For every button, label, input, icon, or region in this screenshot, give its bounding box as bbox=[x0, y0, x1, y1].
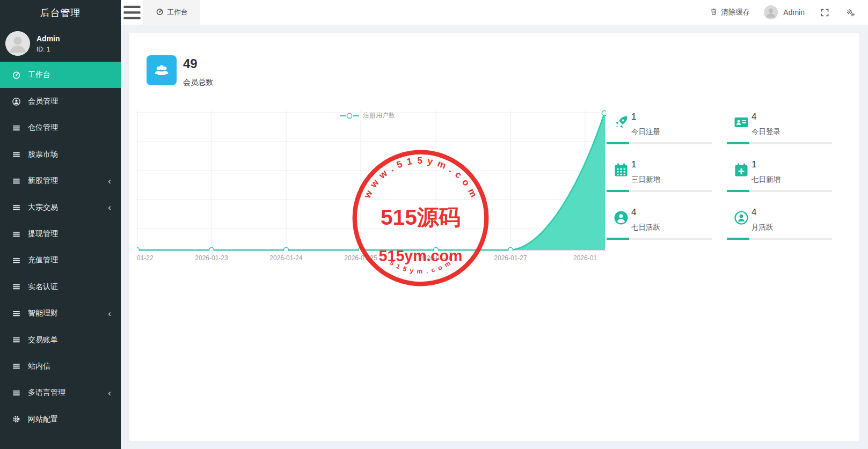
chevron-left-icon: ‹ bbox=[108, 388, 111, 398]
list-icon bbox=[11, 255, 21, 265]
user-menu[interactable]: Admin bbox=[764, 5, 805, 19]
x-tick-label: 2026-01 bbox=[573, 254, 597, 262]
sidebar-item[interactable]: 实名认证 bbox=[0, 274, 121, 300]
sidebar-item[interactable]: 提现管理 bbox=[0, 220, 121, 247]
sidebar-profile: Admin ID: 1 bbox=[0, 25, 121, 62]
series-line bbox=[137, 113, 604, 250]
sidebar-item[interactable]: 工作台 bbox=[0, 62, 121, 88]
stat-value: 1 bbox=[631, 111, 712, 122]
total-members-value: 49 bbox=[183, 56, 198, 71]
sidebar-item-label: 智能理财 bbox=[28, 308, 108, 318]
trash-icon bbox=[710, 8, 718, 17]
sidebar-item[interactable]: 智能理财‹ bbox=[0, 300, 121, 327]
stat-cell: 4月活跃 bbox=[727, 207, 832, 240]
chart-legend[interactable]: 注册用户数 bbox=[340, 111, 395, 120]
stat-value: 1 bbox=[752, 159, 832, 170]
sidebar-item[interactable]: 大宗交易‹ bbox=[0, 194, 121, 220]
sidebar-item[interactable]: 会员管理 bbox=[0, 88, 121, 114]
sidebar-item-label: 交易账单 bbox=[28, 335, 113, 345]
sidebar-item[interactable]: 仓位管理 bbox=[0, 115, 121, 141]
fullscreen-icon[interactable] bbox=[819, 6, 830, 18]
stat-progress-bar bbox=[607, 142, 712, 144]
stat-cell: 1三日新增 bbox=[607, 159, 712, 192]
stat-label: 今日注册 bbox=[631, 127, 712, 137]
stat-label: 七日新增 bbox=[752, 175, 832, 185]
tab-workbench[interactable]: 工作台 bbox=[143, 0, 200, 25]
list-icon bbox=[11, 388, 21, 398]
list-icon bbox=[11, 176, 21, 186]
user-icon bbox=[11, 97, 21, 106]
sidebar-item-label: 新股管理 bbox=[28, 176, 108, 186]
id-card-icon bbox=[733, 114, 749, 130]
members-group-icon bbox=[147, 55, 177, 85]
settings-gears-icon[interactable] bbox=[844, 6, 856, 18]
stat-label: 七日活跃 bbox=[631, 223, 712, 232]
data-point-marker[interactable] bbox=[433, 247, 438, 251]
sidebar-item[interactable]: 站内信 bbox=[0, 353, 121, 379]
legend-label: 注册用户数 bbox=[363, 111, 395, 120]
stat-value: 4 bbox=[752, 111, 832, 122]
user-circle-icon bbox=[613, 210, 629, 226]
data-point-marker[interactable] bbox=[602, 111, 606, 115]
clear-cache-button[interactable]: 清除缓存 bbox=[710, 8, 750, 17]
sidebar-item[interactable]: 多语言管理‹ bbox=[0, 380, 121, 406]
sidebar: 后台管理 Admin ID: 1 工作台会员管理仓位管理股票市场新股管理‹大宗交… bbox=[0, 0, 121, 449]
stat-label: 月活跃 bbox=[752, 223, 832, 232]
list-icon bbox=[11, 150, 21, 159]
topbar: 工作台 清除缓存 Admin bbox=[121, 0, 868, 25]
stat-value: 1 bbox=[631, 159, 712, 170]
tab-label: 工作台 bbox=[167, 8, 188, 17]
stats-grid: 1今日注册4今日登录1三日新增1七日新增4七日活跃4月活跃 bbox=[607, 111, 832, 240]
sidebar-item[interactable]: 网站配置 bbox=[0, 406, 121, 432]
stat-value: 4 bbox=[631, 207, 712, 218]
data-point-marker[interactable] bbox=[137, 247, 140, 251]
avatar bbox=[764, 5, 778, 19]
sidebar-item-label: 仓位管理 bbox=[28, 123, 113, 133]
stat-label: 今日登录 bbox=[752, 127, 832, 137]
avatar bbox=[5, 31, 30, 56]
dashboard-icon bbox=[156, 8, 164, 17]
chevron-left-icon: ‹ bbox=[108, 176, 111, 186]
data-point-marker[interactable] bbox=[283, 247, 288, 251]
sidebar-item-label: 多语言管理 bbox=[28, 388, 108, 398]
sidebar-user-name: Admin bbox=[37, 34, 60, 43]
data-point-marker[interactable] bbox=[209, 247, 214, 251]
stat-progress-bar bbox=[727, 142, 832, 144]
total-members-label: 会员总数 bbox=[183, 78, 213, 87]
user-ring-icon bbox=[733, 210, 749, 226]
sidebar-item-label: 充值管理 bbox=[28, 255, 113, 265]
app-title: 后台管理 bbox=[0, 0, 121, 25]
sidebar-item-label: 站内信 bbox=[28, 362, 113, 371]
sidebar-item[interactable]: 股票市场 bbox=[0, 141, 121, 167]
stat-cell: 1七日新增 bbox=[727, 159, 832, 192]
x-tick-label: 2026-01-24 bbox=[269, 254, 302, 262]
calendar-icon bbox=[613, 162, 629, 178]
sidebar-item-label: 大宗交易 bbox=[28, 203, 108, 212]
stat-value: 4 bbox=[752, 207, 832, 218]
list-icon bbox=[11, 308, 21, 318]
data-point-marker[interactable] bbox=[508, 247, 513, 251]
hamburger-menu-icon[interactable] bbox=[121, 0, 143, 25]
calendar-plus-icon bbox=[733, 162, 749, 178]
data-point-marker[interactable] bbox=[358, 247, 363, 251]
sidebar-item-label: 会员管理 bbox=[28, 97, 113, 106]
list-icon bbox=[11, 203, 21, 212]
stat-progress-bar bbox=[607, 238, 712, 240]
sidebar-item[interactable]: 交易账单 bbox=[0, 327, 121, 353]
sidebar-item[interactable]: 新股管理‹ bbox=[0, 168, 121, 194]
stat-progress-bar bbox=[727, 238, 832, 240]
clear-cache-label: 清除缓存 bbox=[721, 8, 750, 17]
area-fill bbox=[137, 112, 605, 250]
sidebar-menu: 工作台会员管理仓位管理股票市场新股管理‹大宗交易‹提现管理充值管理实名认证智能理… bbox=[0, 62, 121, 432]
topbar-user-name: Admin bbox=[783, 8, 805, 17]
list-icon bbox=[11, 229, 21, 239]
sidebar-user-id: ID: 1 bbox=[37, 46, 60, 53]
x-tick-label: 2026-01-27 bbox=[494, 254, 527, 262]
gear-icon bbox=[11, 415, 21, 424]
rocket-icon bbox=[613, 114, 629, 130]
dashboard-card: 49 会员总数 注册用户数 01-222026-01-232026-01-24 bbox=[129, 33, 859, 441]
x-tick-label: 01-22 bbox=[137, 254, 154, 262]
registered-users-chart bbox=[137, 110, 606, 251]
stat-progress-bar bbox=[727, 190, 832, 192]
sidebar-item[interactable]: 充值管理 bbox=[0, 247, 121, 274]
